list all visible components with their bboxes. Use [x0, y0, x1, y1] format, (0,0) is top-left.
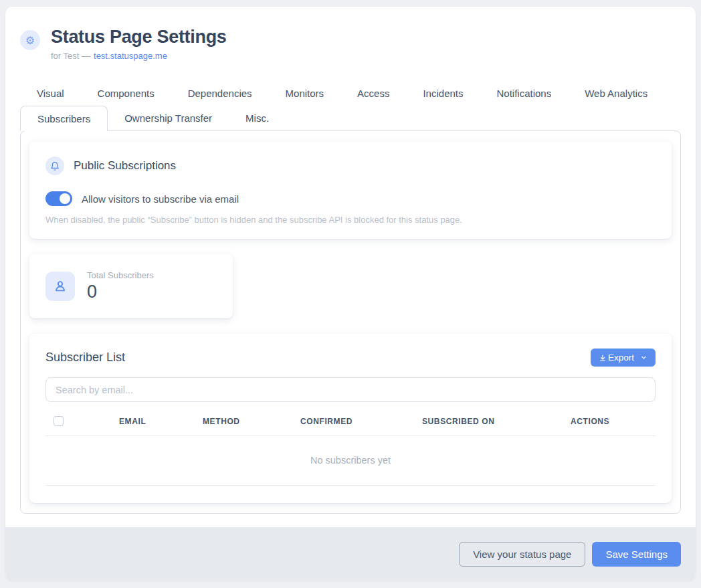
footer-action-bar: View your status page Save Settings — [5, 527, 696, 581]
column-header-method: Method — [203, 417, 300, 426]
settings-tabs: Visual Components Dependencies Monitors … — [20, 81, 681, 130]
search-input[interactable] — [45, 377, 656, 402]
subscriber-list-header: Subscriber List Export — [45, 349, 656, 367]
column-header-email: Email — [119, 417, 203, 426]
save-settings-button[interactable]: Save Settings — [592, 542, 681, 567]
tab-visual[interactable]: Visual — [20, 81, 81, 106]
select-all-checkbox[interactable] — [54, 416, 64, 426]
column-header-confirmed: Confirmed — [300, 417, 422, 426]
column-header-actions: Actions — [571, 417, 656, 426]
tab-misc[interactable]: Misc. — [229, 106, 286, 130]
tab-subscribers[interactable]: Subscribers — [20, 106, 108, 131]
export-button[interactable]: Export — [591, 349, 656, 367]
tab-access[interactable]: Access — [340, 81, 406, 106]
tab-dependencies[interactable]: Dependencies — [171, 81, 269, 106]
subscribers-tab-panel: Public Subscriptions Allow visitors to s… — [20, 130, 681, 514]
stat-text: Total Subscribers 0 — [87, 270, 154, 302]
total-subscribers-value: 0 — [87, 282, 154, 302]
gear-icon: ⚙ — [20, 30, 40, 50]
page-title: Status Page Settings — [51, 27, 227, 47]
total-subscribers-card: Total Subscribers 0 — [29, 254, 233, 318]
page-header: ⚙ Status Page Settings for Test — test.s… — [5, 7, 696, 61]
status-page-settings-window: ⚙ Status Page Settings for Test — test.s… — [5, 7, 696, 581]
export-button-label: Export — [608, 353, 634, 363]
tab-web-analytics[interactable]: Web Analytics — [568, 81, 664, 106]
chevron-down-icon — [640, 354, 647, 361]
page-subtitle: for Test — test.statuspage.me — [51, 51, 227, 61]
empty-state-message: No subscribers yet — [45, 436, 656, 486]
tab-ownership-transfer[interactable]: Ownership Transfer — [108, 106, 229, 130]
subscriber-list-card: Subscriber List Export — [29, 334, 672, 503]
tab-monitors[interactable]: Monitors — [269, 81, 341, 106]
bell-icon — [45, 157, 64, 175]
tab-incidents[interactable]: Incidents — [406, 81, 480, 106]
subscriber-list-title: Subscriber List — [45, 351, 125, 365]
header-text: Status Page Settings for Test — test.sta… — [51, 27, 227, 61]
tab-row-1: Visual Components Dependencies Monitors … — [20, 81, 681, 106]
person-icon — [45, 272, 75, 301]
view-status-page-button[interactable]: View your status page — [459, 542, 585, 567]
public-subscriptions-card: Public Subscriptions Allow visitors to s… — [29, 142, 672, 239]
allow-subscribe-toggle[interactable] — [45, 191, 72, 206]
download-icon — [599, 354, 607, 362]
subscriber-table-header: Email Method Confirmed Subscribed On Act… — [45, 416, 656, 436]
status-page-link[interactable]: test.statuspage.me — [94, 51, 167, 61]
column-header-subscribed-on: Subscribed On — [422, 417, 571, 426]
tab-components[interactable]: Components — [81, 81, 171, 106]
tab-row-2: Subscribers Ownership Transfer Misc. — [20, 106, 681, 130]
public-subscriptions-title: Public Subscriptions — [74, 159, 176, 173]
public-subscriptions-header: Public Subscriptions — [45, 157, 656, 175]
subscribe-toggle-row: Allow visitors to subscribe via email — [45, 191, 656, 206]
toggle-knob — [60, 193, 70, 204]
select-all-cell — [45, 416, 119, 426]
tab-notifications[interactable]: Notifications — [480, 81, 569, 106]
allow-subscribe-label: Allow visitors to subscribe via email — [82, 193, 239, 205]
total-subscribers-label: Total Subscribers — [87, 270, 154, 280]
subscribe-helper-text: When disabled, the public “Subscribe” bu… — [45, 215, 656, 225]
subtitle-prefix: for Test — — [51, 51, 90, 61]
